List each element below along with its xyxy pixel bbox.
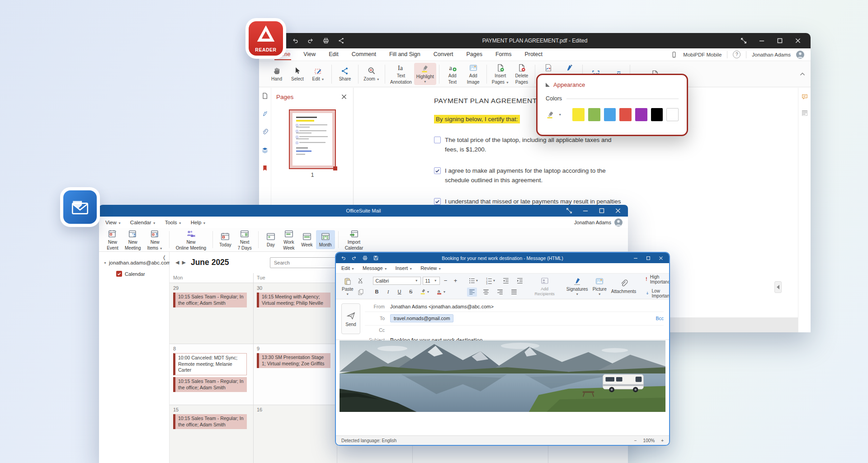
calendar-event[interactable]: 10:15 Sales Team - Regular; In the offic… — [173, 293, 247, 307]
maximize-icon[interactable] — [776, 37, 783, 44]
calendar-checkbox[interactable] — [116, 271, 122, 277]
underline-button[interactable]: U — [396, 288, 404, 295]
pdf-tab-forms[interactable]: Forms — [495, 49, 512, 60]
maximize-icon[interactable] — [646, 255, 651, 261]
color-swatch-purple[interactable] — [635, 108, 647, 121]
mail-menu-help[interactable]: Help ▼ — [191, 220, 206, 225]
calendar-event[interactable]: 13:30 SM Presentation Stage 1; Virtual m… — [257, 353, 330, 368]
collapse-ribbon-button[interactable] — [799, 71, 806, 78]
increase-indent-button[interactable] — [515, 276, 525, 285]
pdf-account-name[interactable]: Jonathan Adams — [752, 52, 791, 57]
edit-tool-button[interactable]: Edit ▼ — [308, 65, 329, 83]
redo-icon[interactable] — [307, 37, 314, 44]
next-7-days-button[interactable]: Next7 Days — [235, 227, 255, 252]
close-icon[interactable] — [614, 207, 622, 214]
font-family-select[interactable]: Calibri▼ — [373, 277, 421, 285]
copy-button[interactable] — [356, 288, 366, 297]
pdf-tab-pages[interactable]: Pages — [466, 49, 483, 60]
calendar-event[interactable]: 10:15 Sales Team - Regular; In the offic… — [173, 414, 247, 429]
zoom-in-button[interactable]: + — [661, 438, 664, 443]
calendar-cell[interactable]: 9 13:30 SM Presentation Stage 1; Virtual… — [253, 344, 337, 370]
mobipdf-mobile-link[interactable]: MobiPDF Mobile — [683, 52, 722, 57]
calendar-cell[interactable]: 30 16:15 Meeting with Agency; Virtual me… — [253, 283, 337, 310]
calendar-event[interactable]: 16:15 Meeting with Agency; Virtual meeti… — [257, 293, 330, 307]
to-recipient-chip[interactable]: travel.nomads@gmail.com — [390, 314, 453, 322]
pdf-tab-fill-and-sign[interactable]: Fill and Sign — [388, 49, 421, 60]
bcc-link[interactable]: Bcc — [656, 316, 664, 321]
close-pages-panel-icon[interactable] — [340, 93, 348, 100]
signatures-button[interactable]: Signatures▼ — [564, 277, 590, 296]
justify-button[interactable] — [509, 288, 519, 297]
minimize-icon[interactable] — [633, 255, 638, 261]
month-view-button[interactable]: Month — [316, 230, 335, 249]
cut-button[interactable] — [356, 276, 366, 285]
minimize-icon[interactable] — [758, 37, 765, 44]
mail-menu-calendar[interactable]: Calendar ▼ — [130, 220, 156, 225]
strikethrough-button[interactable]: S — [407, 288, 415, 295]
calendar-cell[interactable]: 29 10:15 Sales Team - Regular; In the of… — [170, 283, 253, 310]
expand-icon[interactable] — [740, 37, 747, 44]
pdf-tab-view[interactable]: View — [302, 49, 316, 60]
layers-panel-icon[interactable] — [261, 146, 269, 154]
undo-icon[interactable] — [292, 37, 299, 44]
text-highlight-button[interactable]: ▼ — [418, 287, 431, 296]
hand-tool-button[interactable]: Hand — [266, 65, 287, 83]
maximize-icon[interactable] — [598, 207, 605, 214]
select-tool-button[interactable]: Select — [287, 65, 308, 83]
decrease-indent-button[interactable] — [501, 276, 511, 285]
pdf-tab-convert[interactable]: Convert — [433, 49, 454, 60]
bookmarks-panel-icon[interactable] — [261, 165, 269, 172]
mail-account-name[interactable]: Jonathan Adams — [574, 220, 611, 225]
pdf-tab-comment[interactable]: Comment — [351, 49, 377, 60]
signatures-panel-icon[interactable] — [261, 110, 269, 118]
calendar-cell[interactable]: 8 10:00 Canceled: MDT Sync; Remote meeti… — [170, 344, 253, 394]
high-importance-button[interactable]: !High Importance — [646, 274, 670, 284]
comments-panel-icon[interactable] — [801, 93, 808, 100]
add-recipients-button[interactable]: Add Recipients — [532, 276, 557, 296]
share-tool-button[interactable]: Share — [335, 65, 355, 83]
highlighter-tool-icon[interactable] — [546, 110, 555, 120]
tree-expand-caret[interactable]: ▼ — [104, 261, 107, 265]
insert-pages-button[interactable]: InsertPages ▼ — [490, 62, 511, 86]
avatar[interactable] — [796, 51, 804, 59]
picture-button[interactable]: Picture▼ — [590, 277, 609, 296]
right-panel-expander[interactable] — [774, 281, 782, 293]
attachments-button[interactable]: Attachments — [609, 279, 639, 294]
new-meeting-button[interactable]: NewMeeting — [122, 227, 144, 252]
calendar-tree-item[interactable]: Calendar — [116, 271, 169, 277]
mail-menu-tools[interactable]: Tools ▼ — [165, 220, 182, 225]
page-thumbnail[interactable] — [289, 109, 336, 169]
align-right-button[interactable] — [495, 288, 505, 297]
delete-pages-button[interactable]: DeletePages — [511, 62, 532, 86]
compose-menu-edit[interactable]: Edit ▼ — [341, 265, 354, 271]
mail-menu-view[interactable]: View ▼ — [105, 220, 121, 225]
thumbnail-resize-handle[interactable] — [333, 166, 337, 170]
import-calendar-button[interactable]: ImportCalendar — [342, 227, 367, 252]
color-swatch-black[interactable] — [651, 108, 663, 121]
today-button[interactable]: Today — [216, 230, 235, 249]
calendar-cell[interactable]: 15 10:15 Sales Team - Regular; In the of… — [170, 405, 253, 431]
new-items-button[interactable]: NewItems ▼ — [144, 227, 166, 252]
calendar-event[interactable]: 10:15 Sales Team - Regular; In the offic… — [173, 377, 247, 392]
next-month-button[interactable]: ▶ — [180, 258, 187, 267]
prev-month-button[interactable]: ◀ — [174, 258, 180, 267]
close-icon[interactable] — [794, 37, 802, 44]
search-input[interactable] — [270, 257, 339, 268]
help-icon[interactable]: ? — [733, 51, 741, 58]
properties-panel-icon[interactable] — [801, 109, 808, 117]
color-swatch-blue[interactable] — [604, 108, 616, 121]
pdf-tab-edit[interactable]: Edit — [328, 49, 340, 60]
grow-font-button[interactable]: + — [452, 276, 460, 285]
zoom-tool-button[interactable]: Zoom ▼ — [361, 65, 382, 83]
align-left-button[interactable] — [467, 288, 477, 297]
new-online-meeting-button[interactable]: NewOnline Meeting — [173, 227, 209, 252]
italic-button[interactable]: I — [384, 288, 392, 295]
mail-app-icon[interactable] — [60, 187, 100, 227]
avatar[interactable] — [614, 218, 623, 227]
sidebar-collapse-chevron[interactable]: ❬ — [162, 255, 166, 260]
color-swatch-red[interactable] — [619, 108, 632, 121]
compose-menu-insert[interactable]: Insert ▼ — [396, 265, 413, 271]
account-tree-item[interactable]: ▼ jonathan.adams@abc.com — [104, 260, 169, 265]
zoom-out-button[interactable]: − — [634, 438, 637, 443]
print-icon[interactable] — [322, 37, 330, 44]
